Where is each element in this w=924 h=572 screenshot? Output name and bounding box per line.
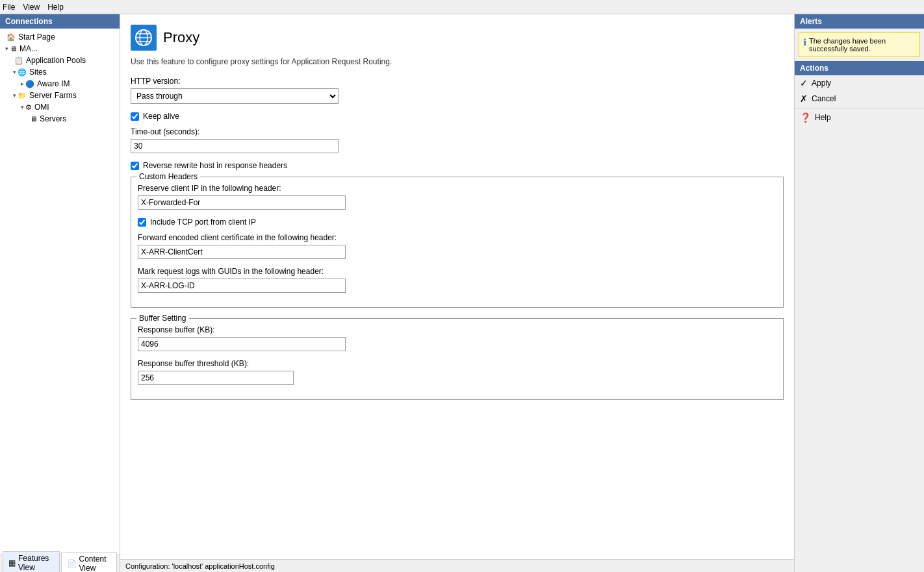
server-icon: 🖥 xyxy=(10,45,17,53)
alerts-header: Alerts xyxy=(795,14,924,29)
proxy-icon xyxy=(131,25,157,51)
keep-alive-label: Keep alive xyxy=(143,112,179,121)
http-version-label: HTTP version: xyxy=(131,77,784,86)
buffer-setting-group: Buffer Setting Response buffer (KB): Res… xyxy=(131,318,784,400)
server-label: MA... xyxy=(19,44,38,53)
servers-label: Servers xyxy=(40,114,66,123)
preserve-ip-input[interactable] xyxy=(138,195,346,210)
sidebar-header: Connections xyxy=(0,14,120,29)
sidebar-item-sites[interactable]: ▾ 🌐 Sites xyxy=(0,66,120,78)
action-apply[interactable]: ✓ Apply xyxy=(795,75,924,91)
help-icon: ❓ xyxy=(800,112,811,123)
sidebar-tree: 🏠 Start Page ▾ 🖥 MA... 📋 Application Poo… xyxy=(0,29,120,554)
expand-icon: ▾ xyxy=(13,69,16,75)
forward-cert-label: Forward encoded client certificate in th… xyxy=(138,233,776,242)
include-tcp-label: Include TCP port from client IP xyxy=(150,218,256,227)
reverse-rewrite-row: Reverse rewrite host in response headers xyxy=(131,161,784,170)
server-farms-icon: 📁 xyxy=(18,92,27,100)
include-tcp-checkbox[interactable] xyxy=(138,218,146,227)
sidebar: Connections 🏠 Start Page ▾ 🖥 MA... 📋 App… xyxy=(0,14,120,572)
aware-im-icon: 🔵 xyxy=(25,80,34,88)
cancel-label: Cancel xyxy=(812,94,836,103)
app-pools-icon: 📋 xyxy=(14,56,23,65)
sites-icon: 🌐 xyxy=(18,68,27,77)
start-page-icon: 🏠 xyxy=(6,33,16,42)
keep-alive-row: Keep alive xyxy=(131,112,784,121)
keep-alive-checkbox[interactable] xyxy=(131,112,139,121)
sidebar-item-servers[interactable]: 🖥 Servers xyxy=(0,113,120,125)
preserve-ip-group: Preserve client IP in the following head… xyxy=(138,184,776,210)
start-page-label: Start Page xyxy=(18,32,55,42)
tab-features-view[interactable]: ▦ Features View xyxy=(3,551,60,572)
request-log-label: Mark request logs with GUIDs in the foll… xyxy=(138,267,776,276)
servers-icon: 🖥 xyxy=(30,115,37,123)
tab-content-view[interactable]: 📄 Content View xyxy=(61,552,118,573)
buffer-setting-title: Buffer Setting xyxy=(136,314,189,323)
reverse-rewrite-checkbox[interactable] xyxy=(131,162,139,170)
response-buffer-threshold-label: Response buffer threshold (KB): xyxy=(138,359,776,368)
preserve-ip-label: Preserve client IP in the following head… xyxy=(138,184,776,193)
page-title-row: Proxy xyxy=(131,25,784,51)
status-bar: Configuration: 'localhost' applicationHo… xyxy=(120,559,794,572)
alert-box: ℹ The changes have been successfully sav… xyxy=(799,32,920,57)
timeout-input[interactable] xyxy=(131,139,339,153)
request-log-group: Mark request logs with GUIDs in the foll… xyxy=(138,267,776,293)
expand-icon: ▸ xyxy=(21,81,24,87)
features-view-label: Features View xyxy=(18,554,54,572)
response-buffer-label: Response buffer (KB): xyxy=(138,325,776,334)
right-panel: Alerts ℹ The changes have been successfu… xyxy=(794,14,924,572)
content-area: Proxy Use this feature to configure prox… xyxy=(120,14,794,572)
apply-icon: ✓ xyxy=(800,78,808,88)
app-pools-label: Application Pools xyxy=(26,56,86,65)
help-label: Help xyxy=(815,113,831,122)
sidebar-item-omi[interactable]: ▾ ⚙ OMI xyxy=(0,101,120,113)
custom-headers-group: Custom Headers Preserve client IP in the… xyxy=(131,177,784,308)
aware-im-label: Aware IM xyxy=(37,79,70,88)
sites-label: Sites xyxy=(29,68,47,77)
menu-help[interactable]: Help xyxy=(47,3,64,12)
bottom-tabs: ▦ Features View 📄 Content View xyxy=(0,554,120,572)
features-view-icon: ▦ xyxy=(8,558,16,567)
expand-icon: ▾ xyxy=(21,104,24,110)
sidebar-item-app-pools[interactable]: 📋 Application Pools xyxy=(0,55,120,66)
actions-header: Actions xyxy=(795,61,924,75)
response-buffer-group: Response buffer (KB): xyxy=(138,325,776,351)
timeout-group: Time-out (seconds): xyxy=(131,127,784,153)
http-version-select[interactable]: Pass through HTTP/1.0 HTTP/1.1 xyxy=(131,88,339,104)
alert-info-icon: ℹ xyxy=(803,37,806,47)
request-log-input[interactable] xyxy=(138,279,346,293)
sidebar-item-server[interactable]: ▾ 🖥 MA... xyxy=(0,43,120,55)
forward-cert-group: Forward encoded client certificate in th… xyxy=(138,233,776,259)
apply-label: Apply xyxy=(812,79,831,88)
forward-cert-input[interactable] xyxy=(138,245,346,259)
sidebar-item-start-page[interactable]: 🏠 Start Page xyxy=(0,31,120,43)
menu-file[interactable]: File xyxy=(3,3,15,12)
server-farms-label: Server Farms xyxy=(29,91,77,100)
page-title: Proxy xyxy=(163,29,199,46)
expand-icon: ▾ xyxy=(5,45,8,52)
menu-bar: File View Help xyxy=(0,0,924,14)
expand-icon: ▾ xyxy=(13,92,16,99)
content-view-label: Content View xyxy=(79,554,112,573)
reverse-rewrite-label: Reverse rewrite host in response headers xyxy=(143,161,287,170)
response-buffer-threshold-group: Response buffer threshold (KB): xyxy=(138,359,776,385)
response-buffer-input[interactable] xyxy=(138,337,346,351)
main-content: Proxy Use this feature to configure prox… xyxy=(120,14,794,559)
http-version-group: HTTP version: Pass through HTTP/1.0 HTTP… xyxy=(131,77,784,104)
actions-divider xyxy=(795,108,924,108)
omi-label: OMI xyxy=(34,103,49,112)
action-cancel[interactable]: ✗ Cancel xyxy=(795,91,924,106)
sidebar-item-server-farms[interactable]: ▾ 📁 Server Farms xyxy=(0,90,120,101)
omi-icon: ⚙ xyxy=(25,103,32,112)
alert-message: The changes have been successfully saved… xyxy=(809,37,916,53)
menu-view[interactable]: View xyxy=(23,3,40,12)
cancel-icon: ✗ xyxy=(800,93,808,104)
action-help[interactable]: ❓ Help xyxy=(795,110,924,125)
custom-headers-title: Custom Headers xyxy=(136,172,200,181)
page-description: Use this feature to configure proxy sett… xyxy=(131,57,784,66)
content-view-icon: 📄 xyxy=(67,559,77,568)
sidebar-item-aware-im[interactable]: ▸ 🔵 Aware IM xyxy=(0,78,120,90)
timeout-label: Time-out (seconds): xyxy=(131,127,784,136)
status-text: Configuration: 'localhost' applicationHo… xyxy=(125,562,275,570)
response-buffer-threshold-input[interactable] xyxy=(138,371,294,385)
